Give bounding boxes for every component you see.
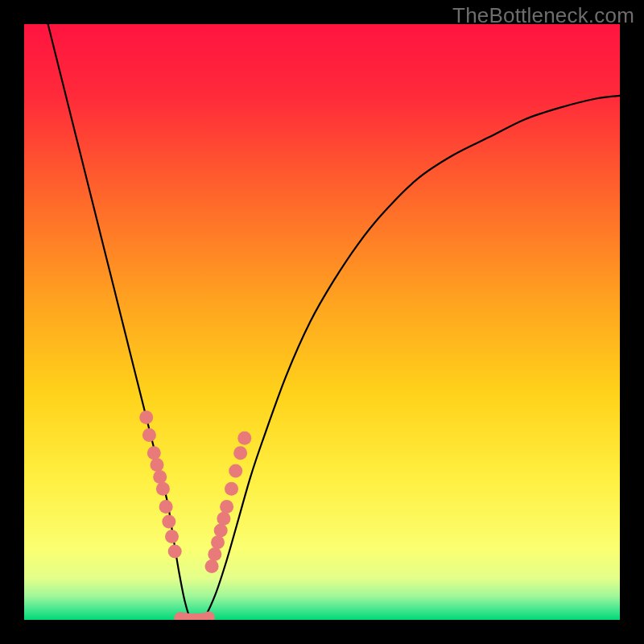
data-dot xyxy=(217,512,230,526)
data-dot xyxy=(159,500,173,514)
data-dot xyxy=(205,559,219,573)
data-dot xyxy=(151,458,164,472)
data-dot xyxy=(220,500,233,514)
data-dot xyxy=(211,535,225,549)
gradient-background xyxy=(24,24,620,620)
data-dot xyxy=(214,524,228,538)
data-dot xyxy=(165,530,179,543)
data-dot xyxy=(168,544,182,558)
data-dot xyxy=(237,431,251,445)
data-dot xyxy=(153,470,167,484)
data-dot xyxy=(142,428,156,442)
data-dot xyxy=(229,464,242,478)
chart-frame xyxy=(24,24,620,620)
bottleneck-chart xyxy=(24,24,620,620)
data-dot xyxy=(233,446,247,460)
data-dot xyxy=(162,514,175,528)
data-dot xyxy=(225,482,238,496)
data-dot xyxy=(147,446,161,460)
data-dot xyxy=(208,547,221,561)
data-dot xyxy=(139,411,153,424)
data-dot xyxy=(156,482,170,496)
